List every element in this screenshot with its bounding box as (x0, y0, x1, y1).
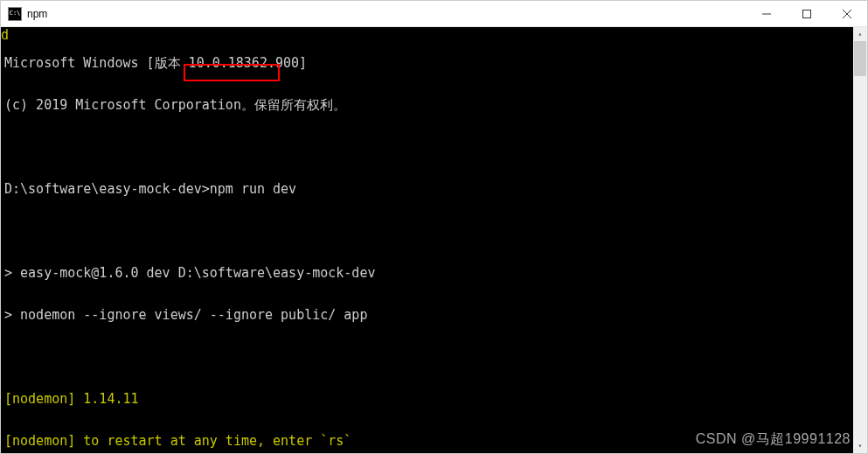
maximize-icon (802, 10, 811, 18)
scroll-down-arrow-icon[interactable]: ▾ (853, 439, 867, 453)
copyright-line: (c) 2019 Microsoft Corporation。保留所有权利。 (4, 98, 867, 112)
header-line: Microsoft Windows [版本 10.0.18362.900] (4, 56, 867, 70)
window-controls (746, 1, 867, 26)
svg-rect-1 (803, 10, 811, 17)
prompt-path: D:\software\easy-mock-dev> (4, 181, 210, 197)
window-title: npm (27, 8, 47, 20)
nodemon-line: [nodemon] 1.14.11 (4, 392, 867, 406)
titlebar[interactable]: C:\ npm (1, 1, 867, 27)
watermark-text: CSDN @马超19991128 (696, 430, 851, 449)
terminal-output[interactable]: Microsoft Windows [版本 10.0.18362.900] (c… (1, 27, 867, 453)
maximize-button[interactable] (787, 1, 827, 26)
close-icon (843, 10, 851, 18)
blank-line (4, 224, 867, 238)
scroll-up-arrow-icon[interactable]: ▴ (853, 27, 867, 41)
nodemon-tag: [nodemon] (4, 433, 75, 449)
window-frame: C:\ npm Microsoft Windows [版本 10.0.18362… (0, 0, 868, 454)
blank-line (4, 140, 867, 154)
app-icon-text: C:\ (10, 10, 21, 17)
scrollbar-thumb[interactable] (854, 41, 866, 76)
nodemon-msg: to restart at any time, enter `rs` (75, 433, 351, 449)
scrollbar-track[interactable] (853, 41, 867, 439)
minimize-button[interactable] (746, 1, 787, 26)
prompt-command: npm run dev (210, 181, 296, 197)
nodemon-tag: [nodemon] (4, 391, 75, 407)
blank-line (4, 350, 867, 364)
minimize-icon (762, 10, 771, 18)
app-icon: C:\ (8, 7, 22, 21)
npm-output: > nodemon --ignore views/ --ignore publi… (4, 308, 867, 322)
prompt-line: D:\software\easy-mock-dev>npm run dev (4, 182, 867, 196)
nodemon-msg: 1.14.11 (75, 391, 138, 407)
vertical-scrollbar[interactable]: ▴ ▾ (853, 27, 867, 453)
npm-output: > easy-mock@1.6.0 dev D:\software\easy-m… (4, 266, 867, 280)
stray-char: d (1, 29, 9, 42)
close-button[interactable] (827, 1, 867, 26)
